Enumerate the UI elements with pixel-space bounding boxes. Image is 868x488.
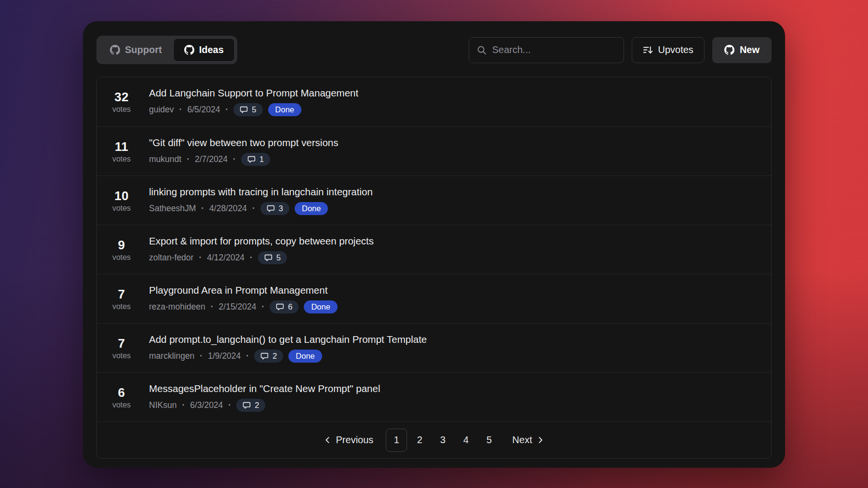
idea-title[interactable]: MessagesPlaceholder in "Create New Promp…	[149, 383, 761, 394]
separator-dot	[187, 154, 190, 164]
separator-dot	[261, 302, 264, 312]
idea-author: marcklingen	[149, 351, 194, 361]
votes-label: votes	[107, 401, 136, 409]
idea-row[interactable]: 6 votes MessagesPlaceholder in "Create N…	[97, 372, 771, 421]
comment-count-badge: 5	[258, 251, 287, 264]
tab-ideas[interactable]: Ideas	[173, 38, 235, 62]
separator-dot	[200, 351, 203, 361]
idea-row[interactable]: 10 votes linking prompts with tracing in…	[97, 176, 771, 225]
votes-label: votes	[107, 105, 136, 114]
done-badge-label: Done	[311, 302, 330, 312]
idea-content: "Git diff" view between two prompt versi…	[149, 137, 761, 166]
idea-date: 6/3/2024	[190, 400, 223, 410]
new-idea-label: New	[740, 44, 760, 55]
separator-dot	[179, 105, 182, 115]
sort-upvotes-label: Upvotes	[658, 44, 693, 55]
votes-label: votes	[107, 352, 136, 360]
search-icon	[477, 45, 487, 55]
idea-title[interactable]: Export & import for prompts, copy betwee…	[149, 235, 761, 247]
idea-meta: reza-mohideen 2/15/2024 6 Done	[149, 300, 761, 313]
comment-count-badge: 5	[233, 103, 262, 116]
comment-icon	[243, 401, 251, 409]
idea-author: NIKsun	[149, 400, 176, 410]
idea-row[interactable]: 32 votes Add Langchain Support to Prompt…	[97, 77, 771, 126]
page-list: 1 2 3 4 5	[386, 429, 500, 452]
previous-page-button[interactable]: Previous	[319, 431, 379, 449]
idea-meta: guidev 6/5/2024 5 Done	[149, 103, 761, 116]
idea-title[interactable]: Add prompt.to_langchain() to get a Langc…	[149, 334, 761, 345]
idea-meta: SatheeshJM 4/28/2024 3 Done	[149, 202, 761, 215]
vote-count: 7	[107, 336, 136, 351]
vote-count: 9	[107, 238, 136, 253]
idea-title[interactable]: "Git diff" view between two prompt versi…	[149, 137, 761, 149]
next-page-button[interactable]: Next	[507, 431, 549, 449]
page-button[interactable]: 3	[432, 429, 453, 452]
idea-row[interactable]: 7 votes Playground Area in Prompt Manage…	[97, 274, 771, 323]
vote-count-block: 6 votes	[107, 385, 136, 409]
search-box[interactable]	[469, 37, 624, 63]
done-badge-label: Done	[302, 204, 321, 213]
vote-count: 7	[107, 287, 136, 302]
comment-count: 1	[259, 155, 264, 164]
idea-author: reza-mohideen	[149, 302, 205, 312]
github-icon	[184, 45, 194, 55]
idea-content: linking prompts with tracing in langchai…	[149, 186, 761, 215]
header: Support Ideas Upvotes	[83, 21, 785, 64]
header-controls: Upvotes New	[469, 37, 772, 63]
page-button[interactable]: 4	[455, 429, 476, 452]
separator-dot	[246, 351, 249, 361]
separator-dot	[250, 253, 253, 263]
page-button[interactable]: 5	[478, 429, 500, 452]
separator-dot	[233, 154, 236, 164]
idea-row[interactable]: 11 votes "Git diff" view between two pro…	[97, 126, 771, 176]
vote-count-block: 9 votes	[107, 238, 136, 262]
done-badge: Done	[268, 103, 301, 116]
tab-support[interactable]: Support	[99, 38, 173, 62]
github-icon	[724, 45, 734, 55]
idea-author: SatheeshJM	[149, 203, 196, 214]
idea-title[interactable]: linking prompts with tracing in langchai…	[149, 186, 761, 198]
comment-count: 5	[252, 105, 256, 114]
tab-support-label: Support	[125, 44, 162, 55]
comment-count-badge: 3	[260, 202, 289, 215]
idea-date: 6/5/2024	[187, 105, 220, 115]
vote-count-block: 7 votes	[107, 287, 136, 311]
idea-title[interactable]: Add Langchain Support to Prompt Manageme…	[149, 87, 761, 99]
vote-count: 11	[107, 139, 136, 154]
page-button[interactable]: 1	[386, 429, 407, 452]
done-badge-label: Done	[275, 105, 294, 114]
search-input[interactable]	[492, 44, 620, 55]
comment-icon	[260, 352, 269, 360]
vote-count-block: 7 votes	[107, 336, 136, 360]
idea-content: MessagesPlaceholder in "Create New Promp…	[149, 383, 761, 412]
idea-title[interactable]: Playground Area in Prompt Management	[149, 285, 761, 296]
idea-meta: zoltan-fedor 4/12/2024 5	[149, 251, 761, 264]
idea-author: zoltan-fedor	[149, 253, 193, 263]
votes-label: votes	[107, 155, 136, 163]
separator-dot	[252, 203, 255, 214]
idea-row[interactable]: 9 votes Export & import for prompts, cop…	[97, 225, 771, 274]
comment-count: 3	[279, 204, 283, 213]
separator-dot	[228, 400, 231, 410]
next-page-label: Next	[512, 434, 532, 446]
idea-row[interactable]: 7 votes Add prompt.to_langchain() to get…	[97, 323, 771, 372]
separator-dot	[226, 105, 229, 115]
idea-date: 4/28/2024	[209, 203, 247, 214]
feedback-board-panel: Support Ideas Upvotes	[83, 21, 785, 468]
comment-count: 5	[276, 253, 281, 262]
comment-count: 2	[272, 352, 277, 361]
page-button[interactable]: 2	[409, 429, 430, 452]
new-idea-button[interactable]: New	[712, 37, 772, 63]
ideas-list: 32 votes Add Langchain Support to Prompt…	[96, 77, 772, 459]
sort-descending-icon	[643, 45, 653, 55]
separator-dot	[199, 253, 202, 263]
idea-date: 4/12/2024	[207, 253, 244, 263]
pagination: Previous 1 2 3 4 5 Next	[97, 421, 771, 458]
sort-upvotes-button[interactable]: Upvotes	[632, 37, 705, 63]
comment-count-badge: 2	[254, 350, 283, 363]
comment-count-badge: 1	[241, 153, 270, 166]
tab-group: Support Ideas	[96, 36, 237, 64]
idea-author: guidev	[149, 105, 174, 115]
votes-label: votes	[107, 302, 136, 311]
vote-count-block: 10 votes	[107, 189, 136, 213]
